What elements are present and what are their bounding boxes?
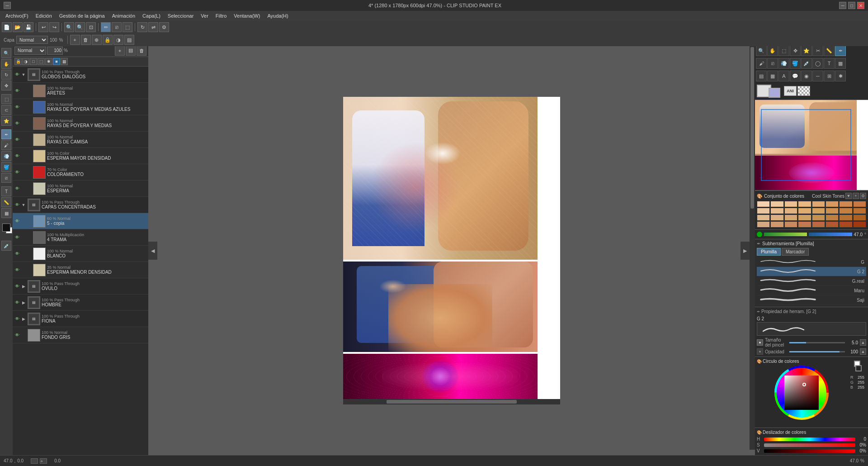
- layer-row[interactable]: 👁 100 % Normal RAYAS DE POYERA Y MEDIAS …: [13, 99, 148, 115]
- tool-move[interactable]: ✥: [1, 81, 11, 90]
- tool-magic-wand[interactable]: ⭐: [1, 116, 11, 126]
- color-swatch[interactable]: [853, 214, 866, 221]
- layer-new[interactable]: +: [70, 35, 80, 45]
- right-tool-layer[interactable]: ▤: [756, 71, 767, 81]
- layer-trash-btn[interactable]: 🗑: [137, 46, 146, 56]
- layer-visibility-toggle[interactable]: 👁: [14, 87, 21, 95]
- color-swatch[interactable]: [853, 208, 866, 214]
- status-btn-2[interactable]: +: [40, 458, 47, 464]
- right-tool-crop[interactable]: ✂: [812, 45, 823, 56]
- toolbar-zoom-out[interactable]: 🔍: [75, 22, 85, 32]
- layer-visibility-toggle[interactable]: 👁: [14, 136, 21, 143]
- tool-zoom[interactable]: 🔍: [1, 48, 11, 58]
- right-tool-text[interactable]: T: [824, 58, 835, 69]
- color-swatch[interactable]: [812, 221, 825, 228]
- layer-visibility-toggle[interactable]: 👁: [14, 266, 21, 274]
- ani-label[interactable]: ANI: [784, 86, 797, 96]
- color-swatch[interactable]: [757, 214, 770, 221]
- layer-expand-btn[interactable]: ▶: [21, 316, 26, 322]
- layer-row[interactable]: 👁 100 % Color ESPERMA MAYOR DENSIDAD: [13, 148, 148, 164]
- brush-size-expand[interactable]: ▲: [860, 339, 866, 346]
- color-set-settings[interactable]: ⚙: [860, 193, 866, 199]
- color-wheel-container[interactable]: [774, 366, 829, 420]
- menu-layer[interactable]: Capa(L): [139, 12, 164, 19]
- layer-visibility-toggle[interactable]: 👁: [14, 120, 21, 127]
- tool-eyedropper[interactable]: 💉: [1, 241, 11, 251]
- toolbar-zoom-in[interactable]: 🔍: [64, 22, 74, 32]
- layer-visibility-toggle[interactable]: 👁: [14, 104, 21, 111]
- tool-airbrush[interactable]: 💨: [1, 151, 11, 161]
- layer-ctrl-1[interactable]: 🔒: [14, 58, 22, 65]
- toolbar-flip[interactable]: ⇌: [148, 22, 158, 32]
- layer-visibility-toggle[interactable]: 👁: [14, 315, 21, 323]
- color-swatch[interactable]: [812, 214, 825, 221]
- color-swatch[interactable]: [826, 221, 839, 228]
- layer-expand-btn[interactable]: ▼: [21, 202, 26, 208]
- color-swatch[interactable]: [839, 221, 852, 228]
- tool-eraser[interactable]: ⎚: [1, 173, 11, 183]
- right-tool-shape[interactable]: ◯: [812, 58, 823, 69]
- layer-mask[interactable]: ◑: [113, 35, 123, 45]
- bg-color-swatch[interactable]: [769, 88, 780, 98]
- color-swatch[interactable]: [853, 221, 866, 228]
- toolbar-fit[interactable]: ⊡: [86, 22, 96, 32]
- layer-expand-btn[interactable]: ▶: [21, 300, 26, 305]
- right-tool-tframe[interactable]: ▦: [767, 71, 778, 81]
- layer-row[interactable]: 👁 60 % Normal 5 - copia: [13, 213, 148, 229]
- canvas-scrollbar-v[interactable]: [750, 46, 755, 450]
- toolbar-settings[interactable]: ⚙: [159, 22, 169, 32]
- status-btn-1[interactable]: [31, 458, 38, 464]
- layer-row[interactable]: 👁 ▶ ▤ 100 % Pass Through FIONA: [13, 311, 148, 327]
- color-swatch[interactable]: [757, 221, 770, 228]
- color-swatch[interactable]: [770, 201, 783, 207]
- toolbar-new[interactable]: 📄: [2, 22, 12, 32]
- foreground-color[interactable]: [2, 223, 10, 232]
- minimize-button[interactable]: ─: [839, 2, 846, 9]
- right-tool-hand[interactable]: ✋: [767, 45, 778, 56]
- menu-edit[interactable]: Edición: [32, 12, 56, 19]
- color-swatch[interactable]: [798, 214, 811, 221]
- layer-row[interactable]: 👁 ▶ ▤ 100 % Pass Through OVULO: [13, 278, 148, 295]
- maximize-button[interactable]: □: [848, 2, 855, 9]
- layer-blend-select[interactable]: Normal Multiplicación Color Pass Through: [14, 47, 46, 55]
- layer-ctrl-fg[interactable]: ■: [53, 58, 60, 65]
- color-swatch[interactable]: [770, 221, 783, 228]
- right-tool-gradient[interactable]: ▦: [835, 58, 846, 69]
- right-tool-word[interactable]: A: [778, 71, 789, 81]
- layer-row[interactable]: 👁 100 % Normal ESPERMA: [13, 181, 148, 197]
- layer-visibility-toggle[interactable]: 👁: [14, 218, 21, 225]
- color-swatch[interactable]: [784, 221, 797, 228]
- right-tool-line[interactable]: ─: [812, 71, 823, 81]
- layer-delete[interactable]: 🗑: [81, 35, 91, 45]
- brush-row-brush-saji[interactable]: Saji: [757, 295, 866, 305]
- layer-row[interactable]: 👁 70 % Color COLORAMIENTO: [13, 164, 148, 181]
- layer-ctrl-2[interactable]: ◑: [22, 58, 29, 65]
- color-set-add[interactable]: +: [853, 193, 859, 199]
- layer-visibility-toggle[interactable]: 👁: [14, 201, 21, 209]
- right-tool-fill[interactable]: 🪣: [790, 58, 801, 69]
- right-tool-pen[interactable]: ✒: [835, 45, 846, 56]
- layer-opacity-input[interactable]: [47, 47, 63, 55]
- layer-ctrl-5[interactable]: ✱: [45, 58, 52, 65]
- toolbar-open[interactable]: 📂: [13, 22, 23, 32]
- minimize-btn[interactable]: ─: [4, 2, 11, 9]
- color-swatch[interactable]: [798, 201, 811, 207]
- toolbar-redo[interactable]: ↪: [49, 22, 59, 32]
- layer-row[interactable]: 👁 100 % Normal FONDO GRIS: [13, 327, 148, 343]
- layer-row[interactable]: 👁 35 % Normal ESPERMA MENOR DENSIDAD: [13, 262, 148, 278]
- color-swatch[interactable]: [784, 201, 797, 207]
- color-swatch[interactable]: [757, 208, 770, 214]
- color-set-menu[interactable]: ▼: [845, 193, 852, 199]
- right-tool-bubble[interactable]: 💬: [790, 71, 801, 81]
- layer-lock[interactable]: 🔒: [103, 35, 113, 45]
- right-tool-misc[interactable]: ✱: [835, 71, 846, 81]
- layer-folder-btn[interactable]: ▤: [126, 46, 136, 56]
- color-swatch[interactable]: [757, 201, 770, 207]
- layer-visibility-toggle[interactable]: 👁: [14, 185, 21, 192]
- canvas-scrollbar-h[interactable]: [343, 399, 560, 404]
- tool-ruler[interactable]: 📏: [1, 197, 11, 207]
- blend-mode-select[interactable]: Normal Multiplicación Color Pass Through: [16, 36, 48, 44]
- tool-gradient[interactable]: ▦: [1, 208, 11, 218]
- bg-color-indicator[interactable]: [855, 365, 862, 371]
- color-swatch[interactable]: [798, 208, 811, 214]
